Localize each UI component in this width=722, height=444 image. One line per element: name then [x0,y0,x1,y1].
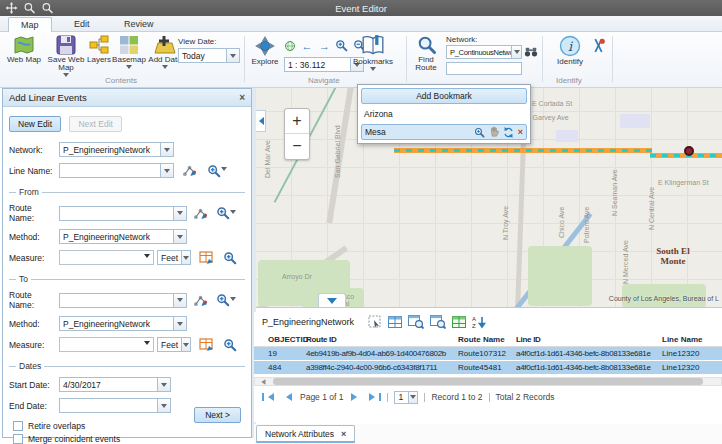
view-date-select[interactable]: Today [178,48,240,63]
collapse-sidebar-button[interactable] [256,110,266,132]
new-edit-button[interactable]: New Edit [9,116,61,132]
end-date-input[interactable] [59,398,171,413]
col-line-id[interactable]: Line ID [516,335,662,344]
add-data-button[interactable]: Add Data [148,35,182,73]
show-selected-records-icon[interactable] [452,316,466,328]
tab-map[interactable]: Map [8,17,52,32]
line-name-select[interactable] [59,163,174,178]
bookmark-item-mesa[interactable]: Mesa × [361,124,527,140]
save-web-map-button[interactable]: Save Web Map [46,35,86,81]
zoom-to-selected-icon[interactable] [408,315,424,329]
chevron-down-icon[interactable] [173,317,186,330]
from-measure-combo[interactable] [59,250,154,265]
collapse-table-button[interactable] [318,293,346,308]
chevron-down-icon[interactable] [181,251,190,264]
full-extent-icon[interactable] [284,40,296,52]
zoom-to-bookmark-icon[interactable] [474,127,485,138]
select-route-on-map-icon[interactable] [193,294,208,307]
sort-icon[interactable] [472,315,488,329]
chevron-down-icon[interactable] [144,341,150,348]
chevron-down-icon[interactable] [144,254,150,261]
zoom-to-route-icon[interactable] [216,206,230,220]
next-page-button[interactable] [351,393,361,401]
zoom-to-line-icon[interactable] [207,164,221,178]
chevron-down-icon[interactable] [160,143,173,156]
network-select[interactable]: P_EngineeringNetwork [59,142,174,157]
close-icon[interactable]: × [341,429,346,439]
table-row[interactable]: 484 a398ff4c-2940-4c00-96b6-c6343f8f1711… [254,361,722,375]
to-unit-select[interactable]: Feet [157,337,191,352]
first-page-button[interactable] [262,393,274,401]
checkbox[interactable] [13,421,23,431]
chevron-down-icon[interactable] [173,230,186,243]
zoom-to-measure-icon[interactable] [223,338,237,352]
tab-edit[interactable]: Edit [62,17,102,32]
zoom-to-route-icon[interactable] [216,293,230,307]
from-route-select[interactable] [59,206,187,221]
tab-network-attributes[interactable]: Network Attributes × [256,425,355,443]
chevron-down-icon[interactable] [157,399,170,412]
merge-coincident-option[interactable]: Merge coincident events [9,434,245,444]
chevron-down-icon[interactable] [226,49,239,62]
find-route-input[interactable] [446,62,522,75]
chevron-down-icon[interactable] [511,46,521,58]
selection-tool-icon[interactable] [368,315,382,329]
from-method-select[interactable]: P_EngineeringNetwork [59,229,187,244]
next-edit-button[interactable]: Next Edit [69,116,122,132]
table-row[interactable]: 19 4eb9419b-af9b-4d04-ab69-1d400476802b … [254,347,722,361]
pan-to-selected-icon[interactable] [430,315,446,329]
bookmarks-button[interactable]: Bookmarks [352,35,394,75]
to-route-select[interactable] [59,293,187,308]
to-measure-combo[interactable] [59,337,154,352]
col-line-name[interactable]: Line Name [662,335,722,344]
scroll-left-icon[interactable] [259,379,266,385]
page-size-select[interactable]: 1 [394,391,418,404]
layers-button[interactable]: Layers [84,35,114,64]
chevron-down-icon[interactable] [230,210,236,217]
from-unit-select[interactable]: Feet [157,250,191,265]
select-measure-on-map-icon[interactable] [199,338,213,352]
scrollbar-thumb[interactable] [273,378,703,385]
bookmark-item-arizona[interactable]: Arizona [361,106,527,122]
chevron-down-icon[interactable] [157,378,170,391]
tab-review[interactable]: Review [112,17,166,32]
select-line-on-map-icon[interactable] [182,164,197,177]
identify-button[interactable]: i Identify [552,35,588,66]
to-method-select[interactable]: P_EngineeringNetwork [59,316,187,331]
start-date-input[interactable]: 4/30/2017 [59,377,171,392]
chevron-down-icon[interactable] [230,297,236,304]
zoom-out-button[interactable]: − [285,134,309,159]
pan-to-bookmark-icon[interactable] [489,126,499,138]
previous-extent-icon[interactable]: ← [301,40,312,52]
col-objectid[interactable]: OBJECTID [254,335,306,344]
web-map-button[interactable]: Web Map [4,35,44,64]
zoom-to-measure-icon[interactable] [223,251,237,265]
horizontal-scrollbar[interactable] [254,377,722,386]
previous-page-button[interactable] [282,393,292,401]
next-extent-icon[interactable]: → [319,40,330,52]
add-bookmark-button[interactable]: Add Bookmark [361,88,527,104]
chevron-down-icon[interactable] [408,392,417,403]
zoom-in-button[interactable]: + [285,109,309,134]
col-route-name[interactable]: Route Name [458,335,516,344]
zoom-in-icon[interactable] [335,39,348,52]
col-route-id[interactable]: Route ID [306,335,458,344]
chevron-down-icon[interactable] [181,338,190,351]
chevron-down-icon[interactable] [221,167,227,174]
chevron-down-icon[interactable] [173,294,186,307]
chevron-down-icon[interactable] [160,164,173,177]
delete-bookmark-icon[interactable]: × [518,127,523,137]
map-zoom-control[interactable]: + − [284,108,310,160]
next-button[interactable]: Next > [194,407,241,423]
table-icon[interactable] [388,316,402,328]
close-icon[interactable]: × [239,92,245,103]
select-measure-on-map-icon[interactable] [199,251,213,265]
basemap-button[interactable]: Basemap [112,35,146,73]
find-route-button[interactable]: Find Route [412,35,442,72]
checkbox[interactable] [13,434,23,444]
update-bookmark-icon[interactable] [503,127,514,138]
last-page-button[interactable] [369,393,381,401]
select-route-on-map-icon[interactable] [193,207,208,220]
identify-route-pin-icon[interactable] [592,38,605,53]
find-route-network-select[interactable]: P_ContinuousNetwork [446,45,522,59]
